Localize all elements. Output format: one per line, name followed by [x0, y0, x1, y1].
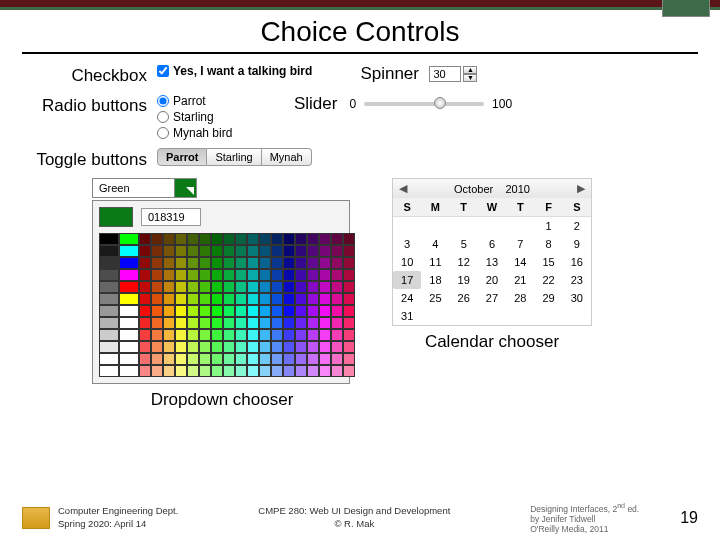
color-cell[interactable] [119, 305, 139, 317]
color-cell[interactable] [151, 269, 163, 281]
calendar-day[interactable]: 2 [563, 217, 591, 235]
color-cell[interactable] [259, 245, 271, 257]
color-cell[interactable] [295, 293, 307, 305]
color-cell[interactable] [223, 269, 235, 281]
color-cell[interactable] [247, 233, 259, 245]
color-cell[interactable] [307, 293, 319, 305]
color-cell[interactable] [199, 317, 211, 329]
color-cell[interactable] [223, 257, 235, 269]
color-cell[interactable] [271, 269, 283, 281]
calendar-day[interactable]: 29 [534, 289, 562, 307]
color-hex-input[interactable]: 018319 [141, 208, 201, 226]
color-cell[interactable] [151, 233, 163, 245]
color-cell[interactable] [271, 329, 283, 341]
color-cell[interactable] [187, 269, 199, 281]
color-cell[interactable] [271, 257, 283, 269]
color-cell[interactable] [223, 281, 235, 293]
color-cell[interactable] [151, 365, 163, 377]
radio-mynah[interactable] [157, 127, 169, 139]
color-cell[interactable] [139, 353, 151, 365]
color-cell[interactable] [319, 341, 331, 353]
color-cell[interactable] [307, 365, 319, 377]
color-cell[interactable] [211, 341, 223, 353]
color-cell[interactable] [307, 353, 319, 365]
color-cell[interactable] [343, 293, 355, 305]
color-cell[interactable] [223, 293, 235, 305]
color-cell[interactable] [331, 233, 343, 245]
calendar-day[interactable]: 4 [421, 235, 449, 253]
color-cell[interactable] [187, 257, 199, 269]
color-cell[interactable] [259, 233, 271, 245]
color-cell[interactable] [211, 365, 223, 377]
color-cell[interactable] [247, 269, 259, 281]
color-cell[interactable] [235, 365, 247, 377]
color-cell[interactable] [99, 305, 119, 317]
slider-track[interactable] [364, 102, 484, 106]
color-cell[interactable] [139, 329, 151, 341]
color-cell[interactable] [99, 281, 119, 293]
color-cell[interactable] [211, 245, 223, 257]
checkbox-input[interactable] [157, 65, 169, 77]
color-cell[interactable] [187, 329, 199, 341]
calendar-day[interactable]: 3 [393, 235, 421, 253]
color-cell[interactable] [283, 365, 295, 377]
color-cell[interactable] [99, 341, 119, 353]
color-cell[interactable] [331, 281, 343, 293]
color-cell[interactable] [163, 293, 175, 305]
color-cell[interactable] [343, 305, 355, 317]
color-cell[interactable] [99, 269, 119, 281]
color-cell[interactable] [319, 365, 331, 377]
color-cell[interactable] [151, 293, 163, 305]
color-cell[interactable] [295, 269, 307, 281]
color-cell[interactable] [271, 293, 283, 305]
calendar-day[interactable]: 19 [450, 271, 478, 289]
color-grid[interactable] [99, 233, 343, 377]
calendar-day[interactable]: 14 [506, 253, 534, 271]
color-cell[interactable] [139, 305, 151, 317]
calendar-day[interactable]: 24 [393, 289, 421, 307]
color-cell[interactable] [163, 257, 175, 269]
color-cell[interactable] [271, 317, 283, 329]
color-cell[interactable] [151, 281, 163, 293]
color-cell[interactable] [343, 257, 355, 269]
color-cell[interactable] [271, 245, 283, 257]
color-cell[interactable] [99, 293, 119, 305]
spinner-up-button[interactable]: ▲ [463, 66, 477, 74]
calendar-day[interactable]: 15 [534, 253, 562, 271]
calendar-day[interactable]: 30 [563, 289, 591, 307]
color-cell[interactable] [199, 341, 211, 353]
spinner-down-button[interactable]: ▼ [463, 74, 477, 82]
color-cell[interactable] [343, 341, 355, 353]
toggle-parrot[interactable]: Parrot [157, 148, 207, 166]
color-cell[interactable] [139, 365, 151, 377]
color-cell[interactable] [187, 245, 199, 257]
color-cell[interactable] [283, 305, 295, 317]
color-cell[interactable] [99, 317, 119, 329]
color-cell[interactable] [319, 257, 331, 269]
calendar-day[interactable]: 9 [563, 235, 591, 253]
color-cell[interactable] [343, 281, 355, 293]
calendar-day[interactable]: 10 [393, 253, 421, 271]
color-cell[interactable] [343, 317, 355, 329]
color-cell[interactable] [247, 353, 259, 365]
color-cell[interactable] [235, 353, 247, 365]
color-cell[interactable] [235, 257, 247, 269]
color-cell[interactable] [119, 269, 139, 281]
color-cell[interactable] [139, 341, 151, 353]
color-cell[interactable] [163, 329, 175, 341]
color-cell[interactable] [307, 341, 319, 353]
color-cell[interactable] [283, 257, 295, 269]
color-cell[interactable] [259, 305, 271, 317]
color-cell[interactable] [151, 257, 163, 269]
color-cell[interactable] [119, 293, 139, 305]
color-cell[interactable] [223, 341, 235, 353]
color-cell[interactable] [319, 293, 331, 305]
toggle-starling[interactable]: Starling [207, 148, 261, 166]
color-cell[interactable] [235, 341, 247, 353]
color-cell[interactable] [235, 305, 247, 317]
color-cell[interactable] [175, 257, 187, 269]
color-cell[interactable] [175, 329, 187, 341]
color-cell[interactable] [331, 269, 343, 281]
color-cell[interactable] [259, 269, 271, 281]
color-cell[interactable] [119, 245, 139, 257]
